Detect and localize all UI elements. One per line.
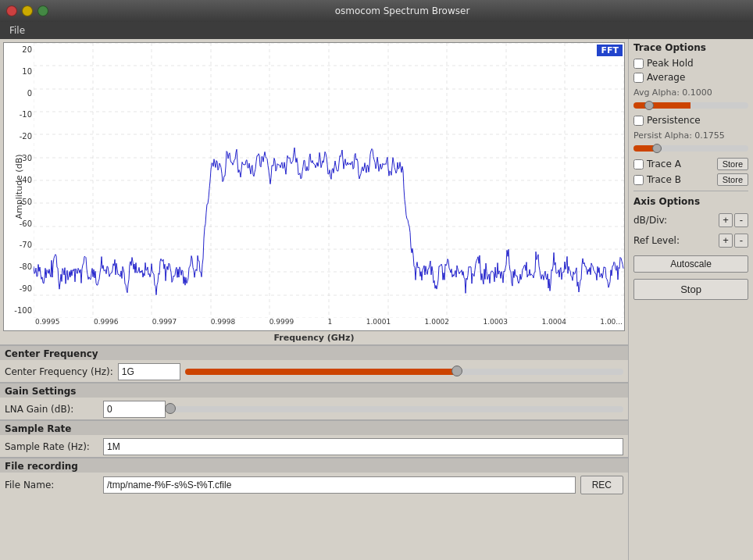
xtick-4: 0.9998 [211, 318, 236, 330]
trace-options-title: Trace Options [633, 42, 748, 53]
trace-a-checkbox[interactable] [633, 159, 644, 169]
ytick--20: -20 [5, 133, 32, 141]
persistence-checkbox[interactable] [633, 116, 644, 126]
center-frequency-slider[interactable] [185, 369, 623, 375]
ytick--80: -80 [5, 263, 32, 271]
xtick-5: 0.9999 [269, 318, 294, 330]
menubar: File [0, 22, 753, 39]
file-name-input[interactable] [103, 476, 576, 494]
db-div-minus-button[interactable]: - [734, 213, 748, 227]
store-b-button[interactable]: Store [717, 173, 748, 186]
lna-gain-slider[interactable] [170, 406, 623, 412]
persist-alpha-slider[interactable] [633, 145, 748, 152]
xtick-8: 1.0002 [425, 318, 450, 330]
persist-alpha-slider-row [633, 145, 748, 152]
persist-alpha-label: Persist Alpha: 0.1755 [633, 130, 748, 141]
titlebar: osmocom Spectrum Browser [0, 0, 753, 22]
window-title: osmocom Spectrum Browser [58, 5, 747, 16]
center-frequency-label: Center Frequency (Hz): [5, 366, 113, 377]
ref-level-label: Ref Level: [633, 235, 717, 246]
persistence-row: Persistence [633, 115, 748, 126]
divider-1 [633, 191, 748, 191]
sample-rate-row: Sample Rate (Hz): [5, 435, 623, 457]
ref-level-row: Ref Level: + - [633, 234, 748, 248]
maximize-button[interactable] [37, 5, 48, 16]
center-frequency-row: Center Frequency (Hz): [5, 360, 623, 382]
menu-file[interactable]: File [3, 23, 31, 37]
axis-options-title: Axis Options [633, 196, 748, 207]
peak-hold-row: Peak Hold [633, 58, 748, 69]
trace-a-label: Trace A [647, 159, 714, 169]
persistence-label: Persistence [647, 115, 701, 126]
db-div-row: dB/Div: + - [633, 213, 748, 227]
minimize-button[interactable] [22, 5, 33, 16]
y-axis-label: Amplitude (dB) [14, 155, 24, 219]
avg-alpha-slider-row [633, 102, 748, 109]
ytick-20: 20 [5, 46, 32, 54]
trace-b-row: Trace B Store [633, 173, 748, 186]
xtick-10: 1.0004 [541, 318, 566, 330]
trace-b-checkbox[interactable] [633, 175, 644, 185]
db-div-label: dB/Div: [633, 215, 717, 226]
center-frequency-input[interactable] [118, 363, 180, 380]
xtick-1: 0.9995 [35, 318, 60, 330]
xtick-3: 0.9997 [152, 318, 177, 330]
store-a-button[interactable]: Store [717, 158, 748, 170]
sample-rate-input[interactable] [103, 438, 623, 455]
lna-gain-label: LNA Gain (dB): [5, 404, 98, 415]
avg-alpha-slider[interactable] [633, 102, 748, 109]
ytick--90: -90 [5, 285, 32, 293]
xtick-7: 1.0001 [366, 318, 391, 330]
ytick--40: -40 [5, 177, 32, 184]
bottom-controls: Center Frequency Center Frequency (Hz): … [0, 344, 628, 499]
xtick-6: 1 [328, 318, 333, 330]
xtick-9: 1.0003 [483, 318, 508, 330]
close-button[interactable] [6, 5, 17, 16]
fft-badge: FFT [597, 45, 623, 56]
average-checkbox[interactable] [633, 73, 644, 83]
sample-rate-header: Sample Rate [0, 419, 628, 435]
ytick--70: -70 [5, 241, 32, 249]
ytick--60: -60 [5, 220, 32, 228]
ytick--50: -50 [5, 198, 32, 206]
db-div-plus-button[interactable]: + [719, 213, 733, 227]
right-panel: Trace Options Peak Hold Average Avg Alph… [628, 39, 753, 560]
ref-level-plus-button[interactable]: + [719, 234, 733, 248]
xtick-11: 1.00... [600, 318, 623, 330]
x-axis-label: Frequency (GHz) [0, 331, 628, 344]
ytick--30: -30 [5, 155, 32, 162]
avg-alpha-label: Avg Alpha: 0.1000 [633, 87, 748, 98]
ytick-10: 10 [5, 68, 32, 76]
peak-hold-checkbox[interactable] [633, 59, 644, 69]
file-recording-header: File recording [0, 457, 628, 473]
autoscale-button[interactable]: Autoscale [633, 255, 748, 273]
gain-settings-header: Gain Settings [0, 382, 628, 398]
center-frequency-header: Center Frequency [0, 344, 628, 360]
trace-a-row: Trace A Store [633, 158, 748, 170]
ytick--10: -10 [5, 111, 32, 119]
ytick-0: 0 [5, 90, 32, 98]
spectrum-chart: FFT 20 10 0 -10 -20 -30 -40 -50 -60 -70 … [3, 42, 625, 331]
spectrum-canvas [34, 43, 624, 318]
file-recording-row: File Name: REC [5, 473, 623, 496]
peak-hold-label: Peak Hold [647, 58, 694, 69]
average-label: Average [647, 72, 685, 83]
average-row: Average [633, 72, 748, 83]
stop-button[interactable]: Stop [633, 279, 748, 300]
gain-settings-row: LNA Gain (dB): [5, 398, 623, 419]
sample-rate-label: Sample Rate (Hz): [5, 441, 98, 452]
rec-button[interactable]: REC [580, 476, 623, 494]
ref-level-minus-button[interactable]: - [734, 234, 748, 248]
ytick--100: -100 [5, 307, 32, 315]
xtick-2: 0.9996 [94, 318, 119, 330]
trace-b-label: Trace B [647, 174, 714, 185]
file-name-label: File Name: [5, 480, 98, 490]
lna-gain-input[interactable] [103, 401, 166, 418]
